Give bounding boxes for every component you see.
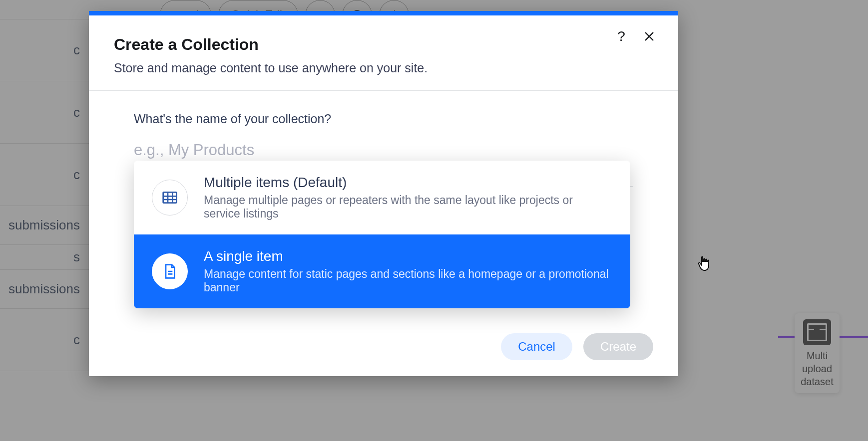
create-collection-modal: Create a Collection Store and manage con…	[89, 11, 678, 376]
help-icon[interactable]: ?	[612, 27, 630, 45]
option-desc: Manage multiple pages or repeaters with …	[204, 194, 612, 220]
modal-header: Create a Collection Store and manage con…	[89, 15, 678, 91]
document-icon	[152, 253, 188, 289]
cancel-button[interactable]: Cancel	[501, 333, 572, 360]
option-title: A single item	[204, 248, 612, 264]
option-single-item[interactable]: A single item Manage content for static …	[134, 234, 630, 308]
option-text: A single item Manage content for static …	[204, 248, 612, 294]
modal-subtitle: Store and manage content to use anywhere…	[114, 61, 653, 75]
close-icon[interactable]	[640, 27, 658, 45]
modal-title: Create a Collection	[114, 35, 653, 54]
collection-name-label: What's the name of your collection?	[134, 112, 633, 126]
collection-type-dropdown: Multiple items (Default) Manage multiple…	[134, 161, 630, 308]
create-button[interactable]: Create	[583, 333, 653, 360]
svg-rect-2	[163, 192, 177, 203]
modal-accent-bar	[89, 11, 678, 15]
option-text: Multiple items (Default) Manage multiple…	[204, 175, 612, 220]
modal-body: What's the name of your collection? Mult…	[89, 91, 678, 187]
option-multiple-items[interactable]: Multiple items (Default) Manage multiple…	[134, 161, 630, 234]
modal-footer: Cancel Create	[501, 333, 653, 360]
option-title: Multiple items (Default)	[204, 175, 612, 191]
table-icon	[152, 180, 188, 216]
option-desc: Manage content for static pages and sect…	[204, 267, 612, 294]
